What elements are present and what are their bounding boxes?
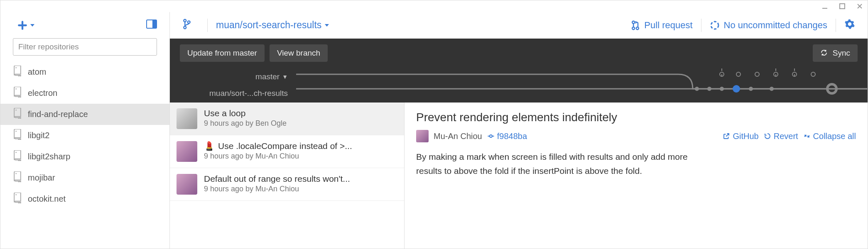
commit-item[interactable]: Default out of range so results won't...… bbox=[170, 168, 404, 201]
sidebar-repo-item[interactable]: electron bbox=[0, 83, 169, 104]
commit-title: Use a loop bbox=[204, 108, 397, 118]
svg-point-26 bbox=[720, 87, 724, 91]
repo-name: octokit.net bbox=[28, 194, 66, 204]
sidebar-repo-item[interactable]: mojibar bbox=[0, 167, 169, 188]
repo-name: find-and-replace bbox=[28, 110, 88, 119]
commit-detail-title: Prevent rendering elements indefinitely bbox=[416, 111, 856, 124]
commit-emoji: 💄 bbox=[204, 141, 215, 151]
branch-icon bbox=[182, 19, 191, 32]
caret-down-icon bbox=[30, 24, 34, 27]
sidebar-repo-item[interactable]: octokit.net bbox=[0, 188, 169, 210]
commit-avatar bbox=[177, 141, 197, 162]
svg-point-27 bbox=[749, 87, 753, 91]
revert-icon bbox=[764, 132, 771, 140]
svg-point-25 bbox=[707, 87, 711, 91]
panel-toggle-button[interactable] bbox=[146, 20, 157, 31]
repo-icon bbox=[13, 171, 22, 184]
svg-point-6 bbox=[15, 110, 17, 111]
sidebar-repo-item[interactable]: find-and-replace bbox=[0, 104, 169, 125]
revert-label: Revert bbox=[774, 132, 798, 141]
collapse-label: Collapse all bbox=[813, 132, 856, 141]
external-link-icon bbox=[723, 132, 730, 140]
author-name: Mu-An Chiou bbox=[434, 132, 482, 141]
svg-point-20 bbox=[755, 72, 759, 76]
add-repo-button[interactable] bbox=[17, 20, 34, 31]
sidebar-repo-item[interactable]: atom bbox=[0, 61, 169, 83]
branch-selector[interactable]: muan/sort-search-results bbox=[216, 20, 329, 31]
author-avatar bbox=[416, 130, 429, 142]
caret-down-icon: ▼ bbox=[282, 73, 288, 80]
svg-point-7 bbox=[15, 131, 17, 132]
settings-button[interactable] bbox=[844, 19, 855, 32]
commit-icon bbox=[487, 132, 495, 140]
commit-avatar bbox=[177, 174, 197, 195]
open-in-github-button[interactable]: GitHub bbox=[723, 132, 758, 141]
repo-name: libgit2 bbox=[28, 131, 49, 140]
caret-down-icon bbox=[325, 24, 329, 27]
pull-request-label: Pull request bbox=[644, 20, 692, 31]
window-maximize-button[interactable] bbox=[839, 3, 845, 9]
commit-sha-link[interactable]: f9848ba bbox=[487, 132, 527, 141]
changes-label: No uncommitted changes bbox=[724, 20, 827, 31]
sidebar-repo-item[interactable]: libgit2 bbox=[0, 125, 169, 146]
svg-point-12 bbox=[184, 26, 186, 29]
repo-icon bbox=[13, 193, 22, 205]
svg-point-5 bbox=[15, 88, 17, 90]
commit-avatar bbox=[177, 108, 197, 129]
window-minimize-button[interactable] bbox=[822, 3, 828, 9]
svg-point-24 bbox=[695, 87, 699, 91]
filter-repositories-input[interactable] bbox=[13, 38, 157, 56]
collapse-icon bbox=[803, 132, 811, 140]
sync-label: Sync bbox=[833, 49, 850, 57]
pull-request-button[interactable]: Pull request bbox=[631, 20, 692, 31]
svg-point-9 bbox=[15, 173, 17, 174]
github-label: GitHub bbox=[733, 132, 758, 141]
svg-point-23 bbox=[811, 72, 815, 76]
svg-rect-3 bbox=[152, 20, 157, 28]
repo-icon bbox=[13, 66, 22, 78]
svg-point-14 bbox=[633, 21, 635, 23]
collapse-all-button[interactable]: Collapse all bbox=[803, 132, 856, 141]
commit-detail-body: By making a mark when screen is filled w… bbox=[416, 150, 699, 178]
commit-graph[interactable] bbox=[296, 66, 868, 99]
divider bbox=[701, 19, 701, 32]
feature-branch-label: muan/sort-...ch-results bbox=[209, 89, 288, 98]
svg-point-28 bbox=[770, 87, 774, 91]
svg-point-17 bbox=[711, 22, 718, 29]
sync-button[interactable]: Sync bbox=[813, 44, 858, 62]
commit-item[interactable]: 💄 Use .localeCompare instead of >...9 ho… bbox=[170, 135, 404, 168]
svg-point-11 bbox=[184, 20, 186, 22]
commit-item[interactable]: Use a loop9 hours ago by Ben Ogle bbox=[170, 103, 404, 135]
repo-icon bbox=[13, 150, 22, 163]
svg-point-31 bbox=[490, 135, 492, 137]
branch-name-label: muan/sort-search-results bbox=[216, 20, 321, 31]
repo-name: electron bbox=[28, 88, 57, 98]
svg-point-4 bbox=[15, 67, 17, 68]
svg-point-10 bbox=[15, 194, 17, 195]
sidebar-repo-item[interactable]: libgit2sharp bbox=[0, 146, 169, 167]
commit-list: Use a loop9 hours ago by Ben Ogle💄 Use .… bbox=[170, 103, 405, 249]
master-branch-label: master bbox=[255, 72, 280, 81]
window-close-button[interactable] bbox=[857, 3, 863, 9]
svg-point-13 bbox=[188, 21, 190, 23]
commit-meta: 9 hours ago by Mu-An Chiou bbox=[204, 185, 397, 193]
svg-point-15 bbox=[633, 27, 635, 29]
divider bbox=[207, 19, 208, 32]
repo-icon bbox=[13, 129, 22, 142]
svg-rect-1 bbox=[840, 4, 845, 9]
update-from-master-button[interactable]: Update from master bbox=[180, 44, 265, 62]
svg-rect-0 bbox=[822, 8, 827, 9]
commit-meta: 9 hours ago by Mu-An Chiou bbox=[204, 152, 397, 161]
repo-list: atomelectronfind-and-replacelibgit2libgi… bbox=[0, 61, 169, 249]
commit-title: Default out of range so results won't... bbox=[204, 174, 397, 184]
repo-icon bbox=[13, 87, 22, 100]
changes-icon bbox=[710, 20, 720, 30]
revert-button[interactable]: Revert bbox=[764, 132, 798, 141]
commit-title: 💄 Use .localeCompare instead of >... bbox=[204, 141, 397, 151]
repo-name: mojibar bbox=[28, 173, 55, 183]
svg-point-16 bbox=[636, 27, 639, 29]
pull-request-icon bbox=[631, 20, 640, 30]
view-branch-button[interactable]: View branch bbox=[270, 44, 328, 62]
uncommitted-changes-button[interactable]: No uncommitted changes bbox=[710, 20, 827, 31]
repo-icon bbox=[13, 108, 22, 121]
